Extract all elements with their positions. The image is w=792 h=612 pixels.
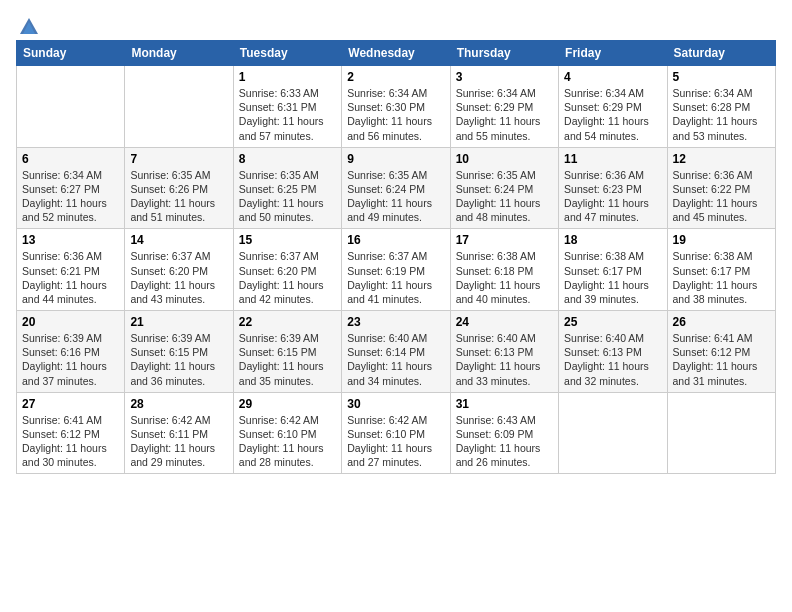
calendar-week-row: 27Sunrise: 6:41 AM Sunset: 6:12 PM Dayli…	[17, 392, 776, 474]
day-info: Sunrise: 6:42 AM Sunset: 6:10 PM Dayligh…	[239, 413, 336, 470]
calendar-cell: 18Sunrise: 6:38 AM Sunset: 6:17 PM Dayli…	[559, 229, 667, 311]
day-number: 29	[239, 397, 336, 411]
calendar-cell: 1Sunrise: 6:33 AM Sunset: 6:31 PM Daylig…	[233, 66, 341, 148]
calendar-cell: 4Sunrise: 6:34 AM Sunset: 6:29 PM Daylig…	[559, 66, 667, 148]
calendar-cell	[125, 66, 233, 148]
calendar-cell: 30Sunrise: 6:42 AM Sunset: 6:10 PM Dayli…	[342, 392, 450, 474]
day-number: 21	[130, 315, 227, 329]
weekday-header: Friday	[559, 41, 667, 66]
weekday-header: Saturday	[667, 41, 775, 66]
calendar-header-row: SundayMondayTuesdayWednesdayThursdayFrid…	[17, 41, 776, 66]
calendar-cell: 9Sunrise: 6:35 AM Sunset: 6:24 PM Daylig…	[342, 147, 450, 229]
day-number: 25	[564, 315, 661, 329]
day-number: 5	[673, 70, 770, 84]
day-number: 24	[456, 315, 553, 329]
weekday-header: Wednesday	[342, 41, 450, 66]
calendar-cell: 16Sunrise: 6:37 AM Sunset: 6:19 PM Dayli…	[342, 229, 450, 311]
day-info: Sunrise: 6:35 AM Sunset: 6:24 PM Dayligh…	[347, 168, 444, 225]
calendar-cell: 25Sunrise: 6:40 AM Sunset: 6:13 PM Dayli…	[559, 311, 667, 393]
calendar-cell: 19Sunrise: 6:38 AM Sunset: 6:17 PM Dayli…	[667, 229, 775, 311]
day-number: 2	[347, 70, 444, 84]
day-info: Sunrise: 6:38 AM Sunset: 6:17 PM Dayligh…	[564, 249, 661, 306]
day-number: 4	[564, 70, 661, 84]
day-info: Sunrise: 6:37 AM Sunset: 6:20 PM Dayligh…	[239, 249, 336, 306]
day-number: 30	[347, 397, 444, 411]
day-info: Sunrise: 6:38 AM Sunset: 6:17 PM Dayligh…	[673, 249, 770, 306]
day-number: 18	[564, 233, 661, 247]
calendar-cell: 5Sunrise: 6:34 AM Sunset: 6:28 PM Daylig…	[667, 66, 775, 148]
calendar-cell: 6Sunrise: 6:34 AM Sunset: 6:27 PM Daylig…	[17, 147, 125, 229]
calendar-cell: 7Sunrise: 6:35 AM Sunset: 6:26 PM Daylig…	[125, 147, 233, 229]
day-info: Sunrise: 6:40 AM Sunset: 6:13 PM Dayligh…	[456, 331, 553, 388]
day-info: Sunrise: 6:43 AM Sunset: 6:09 PM Dayligh…	[456, 413, 553, 470]
calendar-week-row: 6Sunrise: 6:34 AM Sunset: 6:27 PM Daylig…	[17, 147, 776, 229]
day-info: Sunrise: 6:36 AM Sunset: 6:22 PM Dayligh…	[673, 168, 770, 225]
day-info: Sunrise: 6:41 AM Sunset: 6:12 PM Dayligh…	[22, 413, 119, 470]
weekday-header: Monday	[125, 41, 233, 66]
day-info: Sunrise: 6:42 AM Sunset: 6:11 PM Dayligh…	[130, 413, 227, 470]
day-info: Sunrise: 6:34 AM Sunset: 6:28 PM Dayligh…	[673, 86, 770, 143]
day-info: Sunrise: 6:39 AM Sunset: 6:15 PM Dayligh…	[130, 331, 227, 388]
day-info: Sunrise: 6:37 AM Sunset: 6:20 PM Dayligh…	[130, 249, 227, 306]
day-info: Sunrise: 6:40 AM Sunset: 6:14 PM Dayligh…	[347, 331, 444, 388]
calendar-cell: 27Sunrise: 6:41 AM Sunset: 6:12 PM Dayli…	[17, 392, 125, 474]
day-info: Sunrise: 6:36 AM Sunset: 6:21 PM Dayligh…	[22, 249, 119, 306]
day-number: 26	[673, 315, 770, 329]
day-number: 10	[456, 152, 553, 166]
calendar-cell: 31Sunrise: 6:43 AM Sunset: 6:09 PM Dayli…	[450, 392, 558, 474]
calendar-cell: 15Sunrise: 6:37 AM Sunset: 6:20 PM Dayli…	[233, 229, 341, 311]
day-number: 28	[130, 397, 227, 411]
day-number: 6	[22, 152, 119, 166]
day-info: Sunrise: 6:34 AM Sunset: 6:29 PM Dayligh…	[456, 86, 553, 143]
calendar-cell: 13Sunrise: 6:36 AM Sunset: 6:21 PM Dayli…	[17, 229, 125, 311]
calendar-cell	[667, 392, 775, 474]
day-number: 15	[239, 233, 336, 247]
day-number: 7	[130, 152, 227, 166]
day-info: Sunrise: 6:34 AM Sunset: 6:27 PM Dayligh…	[22, 168, 119, 225]
day-info: Sunrise: 6:33 AM Sunset: 6:31 PM Dayligh…	[239, 86, 336, 143]
day-number: 8	[239, 152, 336, 166]
calendar-cell: 21Sunrise: 6:39 AM Sunset: 6:15 PM Dayli…	[125, 311, 233, 393]
day-number: 16	[347, 233, 444, 247]
day-number: 3	[456, 70, 553, 84]
calendar-cell	[559, 392, 667, 474]
day-info: Sunrise: 6:39 AM Sunset: 6:16 PM Dayligh…	[22, 331, 119, 388]
calendar-week-row: 20Sunrise: 6:39 AM Sunset: 6:16 PM Dayli…	[17, 311, 776, 393]
weekday-header: Tuesday	[233, 41, 341, 66]
day-number: 22	[239, 315, 336, 329]
day-info: Sunrise: 6:37 AM Sunset: 6:19 PM Dayligh…	[347, 249, 444, 306]
day-info: Sunrise: 6:35 AM Sunset: 6:25 PM Dayligh…	[239, 168, 336, 225]
day-info: Sunrise: 6:35 AM Sunset: 6:24 PM Dayligh…	[456, 168, 553, 225]
logo	[16, 16, 42, 32]
day-info: Sunrise: 6:35 AM Sunset: 6:26 PM Dayligh…	[130, 168, 227, 225]
day-number: 13	[22, 233, 119, 247]
day-number: 1	[239, 70, 336, 84]
day-number: 17	[456, 233, 553, 247]
calendar-week-row: 1Sunrise: 6:33 AM Sunset: 6:31 PM Daylig…	[17, 66, 776, 148]
day-info: Sunrise: 6:39 AM Sunset: 6:15 PM Dayligh…	[239, 331, 336, 388]
calendar-cell: 8Sunrise: 6:35 AM Sunset: 6:25 PM Daylig…	[233, 147, 341, 229]
day-info: Sunrise: 6:41 AM Sunset: 6:12 PM Dayligh…	[673, 331, 770, 388]
day-info: Sunrise: 6:38 AM Sunset: 6:18 PM Dayligh…	[456, 249, 553, 306]
calendar-cell	[17, 66, 125, 148]
calendar-week-row: 13Sunrise: 6:36 AM Sunset: 6:21 PM Dayli…	[17, 229, 776, 311]
day-number: 20	[22, 315, 119, 329]
weekday-header: Thursday	[450, 41, 558, 66]
page-header	[16, 16, 776, 32]
calendar-cell: 29Sunrise: 6:42 AM Sunset: 6:10 PM Dayli…	[233, 392, 341, 474]
logo-icon	[18, 16, 40, 36]
day-info: Sunrise: 6:34 AM Sunset: 6:29 PM Dayligh…	[564, 86, 661, 143]
calendar-cell: 3Sunrise: 6:34 AM Sunset: 6:29 PM Daylig…	[450, 66, 558, 148]
day-number: 23	[347, 315, 444, 329]
weekday-header: Sunday	[17, 41, 125, 66]
calendar-cell: 11Sunrise: 6:36 AM Sunset: 6:23 PM Dayli…	[559, 147, 667, 229]
day-info: Sunrise: 6:34 AM Sunset: 6:30 PM Dayligh…	[347, 86, 444, 143]
calendar-cell: 14Sunrise: 6:37 AM Sunset: 6:20 PM Dayli…	[125, 229, 233, 311]
calendar-table: SundayMondayTuesdayWednesdayThursdayFrid…	[16, 40, 776, 474]
day-number: 11	[564, 152, 661, 166]
calendar-cell: 12Sunrise: 6:36 AM Sunset: 6:22 PM Dayli…	[667, 147, 775, 229]
day-number: 12	[673, 152, 770, 166]
day-number: 19	[673, 233, 770, 247]
calendar-cell: 28Sunrise: 6:42 AM Sunset: 6:11 PM Dayli…	[125, 392, 233, 474]
day-number: 27	[22, 397, 119, 411]
